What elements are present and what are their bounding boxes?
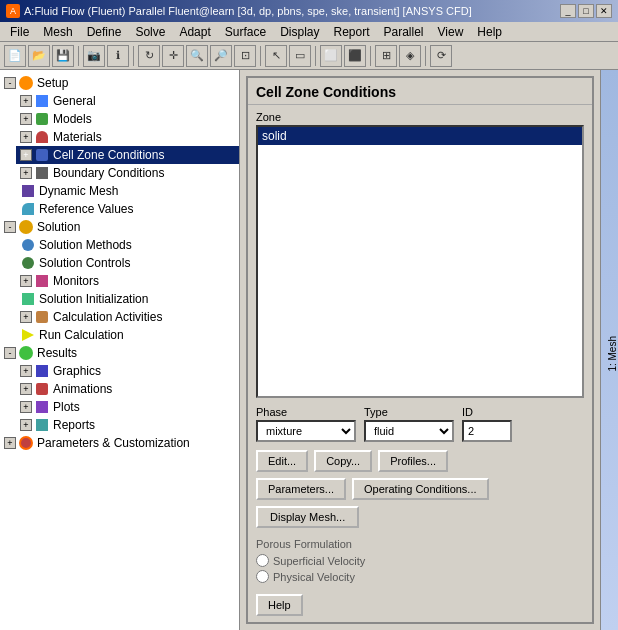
maximize-btn[interactable]: □ <box>578 4 594 18</box>
id-input[interactable] <box>462 420 512 442</box>
tb-move[interactable]: ✛ <box>162 45 184 67</box>
tb-save[interactable]: 💾 <box>52 45 74 67</box>
sidebar-item-general[interactable]: + General <box>16 92 239 110</box>
sidebar-item-sol-methods[interactable]: Solution Methods <box>16 236 239 254</box>
czc-body: Zone solid Phase mixture Type fluid <box>248 105 592 622</box>
radio-physical[interactable]: Physical Velocity <box>256 570 584 583</box>
zone-item-solid[interactable]: solid <box>258 127 582 145</box>
dynamic-label: Dynamic Mesh <box>39 184 118 198</box>
tb-view2[interactable]: ⬛ <box>344 45 366 67</box>
menu-report[interactable]: Report <box>327 24 375 40</box>
sidebar-item-params[interactable]: + Parameters & Customization <box>0 434 239 452</box>
run-label: Run Calculation <box>39 328 124 342</box>
materials-icon <box>34 129 50 145</box>
expand-params[interactable]: + <box>4 437 16 449</box>
menu-parallel[interactable]: Parallel <box>378 24 430 40</box>
expand-monitors[interactable]: + <box>20 275 32 287</box>
tb-display[interactable]: ◈ <box>399 45 421 67</box>
menu-display[interactable]: Display <box>274 24 325 40</box>
expand-solution[interactable]: - <box>4 221 16 233</box>
tb-info[interactable]: ℹ <box>107 45 129 67</box>
tb-zoom-in[interactable]: 🔍 <box>186 45 208 67</box>
tb-camera[interactable]: 📷 <box>83 45 105 67</box>
parameters-button[interactable]: Parameters... <box>256 478 346 500</box>
sidebar-item-results[interactable]: - Results <box>0 344 239 362</box>
sidebar-item-sol-init[interactable]: Solution Initialization <box>16 290 239 308</box>
tb-refresh[interactable]: ⟳ <box>430 45 452 67</box>
sidebar-item-dynamic[interactable]: Dynamic Mesh <box>16 182 239 200</box>
params-label: Parameters & Customization <box>37 436 190 450</box>
menu-mesh[interactable]: Mesh <box>37 24 78 40</box>
sidebar-item-monitors[interactable]: + Monitors <box>16 272 239 290</box>
profiles-button[interactable]: Profiles... <box>378 450 448 472</box>
expand-cell-zone[interactable]: + <box>20 149 32 161</box>
expand-graphics[interactable]: + <box>20 365 32 377</box>
tb-new[interactable]: 📄 <box>4 45 26 67</box>
expand-reports[interactable]: + <box>20 419 32 431</box>
edit-button[interactable]: Edit... <box>256 450 308 472</box>
sidebar-item-plots[interactable]: + Plots <box>16 398 239 416</box>
copy-button[interactable]: Copy... <box>314 450 372 472</box>
physical-radio[interactable] <box>256 570 269 583</box>
tb-open[interactable]: 📂 <box>28 45 50 67</box>
phase-select[interactable]: mixture <box>256 420 356 442</box>
reference-label: Reference Values <box>39 202 134 216</box>
display-mesh-button[interactable]: Display Mesh... <box>256 506 359 528</box>
results-children: + Graphics + Animations + Plots + Repor <box>16 362 239 434</box>
help-row: Help <box>256 594 584 616</box>
tb-mesh[interactable]: ⊞ <box>375 45 397 67</box>
tb-zoom-out[interactable]: 🔎 <box>210 45 232 67</box>
sidebar-item-graphics[interactable]: + Graphics <box>16 362 239 380</box>
graphics-label: Graphics <box>53 364 101 378</box>
type-select[interactable]: fluid <box>364 420 454 442</box>
menu-view[interactable]: View <box>432 24 470 40</box>
radio-superficial[interactable]: Superficial Velocity <box>256 554 584 567</box>
menu-solve[interactable]: Solve <box>129 24 171 40</box>
menu-file[interactable]: File <box>4 24 35 40</box>
sol-methods-icon <box>20 237 36 253</box>
expand-calc-act[interactable]: + <box>20 311 32 323</box>
sidebar-item-sol-controls[interactable]: Solution Controls <box>16 254 239 272</box>
expand-materials[interactable]: + <box>20 131 32 143</box>
sidebar-item-animations[interactable]: + Animations <box>16 380 239 398</box>
sidebar-item-reports[interactable]: + Reports <box>16 416 239 434</box>
minimize-btn[interactable]: _ <box>560 4 576 18</box>
superficial-radio[interactable] <box>256 554 269 567</box>
tb-select[interactable]: ↖ <box>265 45 287 67</box>
right-panel: Cell Zone Conditions Zone solid Phase mi… <box>240 70 600 630</box>
operating-conditions-button[interactable]: Operating Conditions... <box>352 478 489 500</box>
menu-help[interactable]: Help <box>471 24 508 40</box>
expand-setup[interactable]: - <box>4 77 16 89</box>
sidebar-item-setup[interactable]: - Setup <box>0 74 239 92</box>
tb-rotate[interactable]: ↻ <box>138 45 160 67</box>
plots-label: Plots <box>53 400 80 414</box>
tb-area[interactable]: ▭ <box>289 45 311 67</box>
sidebar-item-cell-zone[interactable]: + Cell Zone Conditions <box>16 146 239 164</box>
menu-define[interactable]: Define <box>81 24 128 40</box>
expand-general[interactable]: + <box>20 95 32 107</box>
sidebar-item-models[interactable]: + Models <box>16 110 239 128</box>
help-button[interactable]: Help <box>256 594 303 616</box>
expand-boundary[interactable]: + <box>20 167 32 179</box>
expand-models[interactable]: + <box>20 113 32 125</box>
sidebar-item-materials[interactable]: + Materials <box>16 128 239 146</box>
zone-list[interactable]: solid <box>256 125 584 398</box>
type-label: Type <box>364 406 454 418</box>
menu-adapt[interactable]: Adapt <box>173 24 216 40</box>
sidebar-item-calc-act[interactable]: + Calculation Activities <box>16 308 239 326</box>
menu-surface[interactable]: Surface <box>219 24 272 40</box>
sidebar-item-run[interactable]: Run Calculation <box>16 326 239 344</box>
window-controls[interactable]: _ □ ✕ <box>560 4 612 18</box>
sidebar-item-solution[interactable]: - Solution <box>0 218 239 236</box>
tb-fit[interactable]: ⊡ <box>234 45 256 67</box>
sidebar-item-boundary[interactable]: + Boundary Conditions <box>16 164 239 182</box>
pti-row: Phase mixture Type fluid ID <box>256 406 584 442</box>
tb-view1[interactable]: ⬜ <box>320 45 342 67</box>
tb-sep6 <box>425 46 426 66</box>
expand-animations[interactable]: + <box>20 383 32 395</box>
expand-plots[interactable]: + <box>20 401 32 413</box>
expand-results[interactable]: - <box>4 347 16 359</box>
tb-sep4 <box>315 46 316 66</box>
close-btn[interactable]: ✕ <box>596 4 612 18</box>
sidebar-item-reference[interactable]: Reference Values <box>16 200 239 218</box>
